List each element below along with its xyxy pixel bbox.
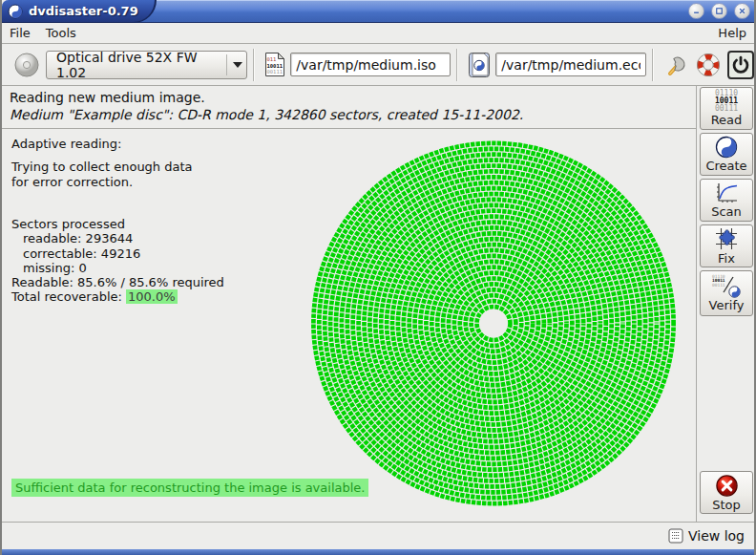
window-title: dvdisaster-0.79: [29, 4, 138, 18]
drive-selector-value: Optical drive 52X FW 1.02: [56, 50, 219, 80]
toolbar-separator: [652, 49, 654, 81]
action-sidebar: 01110 10011 00111 Read Create Scan: [696, 86, 756, 522]
help-button[interactable]: [694, 51, 721, 79]
app-logo-yinyang-icon: [8, 4, 23, 19]
quit-button[interactable]: [727, 51, 754, 79]
create-button-label: Create: [705, 159, 746, 173]
preferences-button[interactable]: [663, 51, 690, 79]
scan-button-label: Scan: [711, 204, 742, 219]
sectors-heading: Sectors processed: [11, 217, 224, 231]
ecc-file-yinyang-icon: [468, 52, 491, 78]
bottom-bar: View log: [2, 522, 754, 549]
yinyang-icon: [715, 136, 738, 159]
menu-help[interactable]: Help: [710, 24, 754, 42]
drive-selector-arrow-box: [226, 54, 242, 75]
puzzle-icon: [714, 226, 739, 251]
reading-mode-description: Trying to collect enough data for error …: [11, 160, 193, 190]
sectors-correctable: correctable: 49216: [11, 246, 224, 261]
window-controls: [688, 3, 750, 19]
sectors-readable: readable: 293644: [11, 231, 224, 245]
create-button[interactable]: Create: [700, 133, 753, 176]
wrench-icon: [664, 53, 689, 77]
close-button[interactable]: [734, 3, 750, 19]
chevron-down-icon: [233, 62, 242, 68]
maximize-button[interactable]: [711, 3, 727, 19]
main-area: Adaptive reading: Trying to collect enou…: [2, 128, 696, 522]
total-recoverable: Total recoverable: 100.0%: [11, 289, 224, 304]
stop-button[interactable]: Stop: [700, 471, 753, 514]
lifebelt-icon: [696, 53, 721, 77]
svg-text:011: 011: [267, 56, 277, 62]
read-button-label: Read: [711, 113, 743, 127]
image-file-input[interactable]: [290, 53, 451, 76]
binary-lines-icon: 01110 10011 00111: [715, 90, 738, 113]
reading-mode-panel: Adaptive reading: Trying to collect enou…: [11, 137, 193, 190]
scan-button[interactable]: Scan: [700, 179, 753, 222]
status-action: Reading new medium image.: [10, 90, 696, 105]
status-area: Reading new medium image. Medium "Exampl…: [2, 86, 696, 128]
titlebar: dvdisaster-0.79: [2, 0, 756, 23]
recoverable-label: Total recoverable:: [11, 289, 122, 304]
fix-button-label: Fix: [718, 251, 735, 266]
verify-button[interactable]: 01110 10011 00111 Verify: [700, 270, 753, 316]
view-log-list-icon[interactable]: [668, 528, 683, 544]
menu-tools[interactable]: Tools: [38, 24, 84, 42]
stop-icon: [715, 474, 739, 498]
view-log-toggle[interactable]: View log: [688, 528, 745, 544]
verify-button-label: Verify: [709, 298, 745, 312]
toolbar-separator: [253, 49, 255, 81]
sectors-missing: missing: 0: [11, 261, 224, 275]
toolbar-separator: [456, 49, 458, 81]
graph-curve-icon: [714, 181, 739, 204]
result-message: Sufficient data for reconstructing the i…: [11, 480, 368, 495]
readable-percentage: Readable: 85.6% / 85.6% required: [11, 275, 224, 289]
read-button[interactable]: 01110 10011 00111 Read: [700, 87, 753, 130]
menubar: File Tools Help: [2, 23, 754, 44]
image-file-binary-icon: 011 10011 00111: [264, 52, 285, 77]
stop-button-label: Stop: [712, 498, 741, 512]
toolbar: Optical drive 52X FW 1.02 011 10011 0011…: [2, 44, 754, 86]
disc-sector-spiral-visualization: [303, 130, 689, 517]
window-frame-bottom: [2, 549, 754, 555]
optical-drive-icon: [13, 52, 40, 78]
drive-selector[interactable]: Optical drive 52X FW 1.02: [46, 51, 247, 79]
ecc-file-input[interactable]: [495, 53, 646, 76]
status-medium-info: Medium "Example disc": CD-R mode 1, 3428…: [10, 107, 696, 122]
dvdisaster-window: dvdisaster-0.79 File Tools Help: [0, 0, 756, 555]
svg-text:00111: 00111: [267, 69, 284, 75]
power-icon: [730, 54, 751, 75]
sectors-panel: Sectors processed readable: 293644 corre…: [11, 217, 224, 305]
reading-mode-heading: Adaptive reading:: [11, 137, 193, 152]
compare-icon: 01110 10011 00111: [712, 275, 741, 298]
menu-file[interactable]: File: [2, 24, 38, 42]
fix-button[interactable]: Fix: [700, 224, 753, 267]
recoverable-value-badge: 100.0%: [126, 289, 178, 304]
titlebar-tab: dvdisaster-0.79: [2, 0, 157, 23]
minimize-button[interactable]: [688, 3, 704, 19]
svg-text:10011: 10011: [267, 63, 284, 69]
